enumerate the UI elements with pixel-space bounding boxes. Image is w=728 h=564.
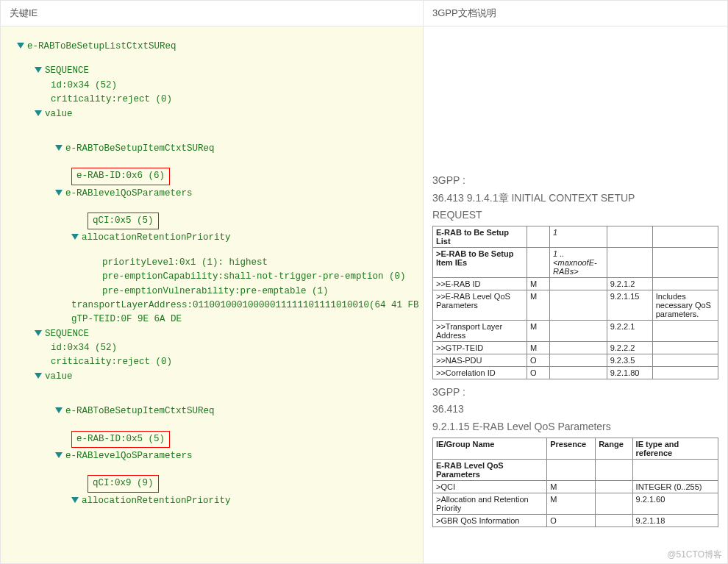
chevron-down-icon[interactable]	[17, 43, 24, 49]
cell: >>Transport Layer Address	[433, 320, 527, 341]
col-header: Range	[596, 438, 632, 459]
cell: 9.2.1.18	[632, 514, 718, 526]
tree-label: e-RABToBeSetupItemCtxtSUReq	[65, 143, 215, 154]
tree-qos[interactable]: e-RABlevelQoSParameters	[55, 187, 415, 201]
tree-criticality-2: criticality:reject (0)	[51, 355, 415, 369]
chevron-down-icon[interactable]	[55, 190, 63, 196]
chevron-down-icon[interactable]	[55, 452, 63, 458]
spec-panel: 3GPP : 36.413 9.1.4.1章 INITIAL CONTEXT S…	[424, 26, 727, 563]
highlight-qci-1: qCI:0x5 (5)	[88, 213, 159, 229]
cell: M	[527, 320, 550, 341]
tree-root[interactable]: e-RABToBeSetupListCtxtSUReq	[17, 40, 415, 54]
highlight-erab-id-2: e-RAB-ID:0x5 (5)	[71, 431, 170, 448]
cell: >>Correlation ID	[433, 366, 527, 379]
right-pane: 3GPP文档说明 3GPP : 36.413 9.1.4.1章 INITIAL …	[424, 1, 727, 563]
tree-arp-2[interactable]: allocationRetentionPriority	[71, 494, 415, 508]
tree-label: SEQUENCE	[45, 329, 89, 339]
spec-ref-2a: 36.413	[432, 402, 718, 417]
tree-label: value	[45, 109, 73, 119]
tree-preempt-vuln: pre-emptionVulnerability:pre-emptable (1…	[102, 285, 415, 299]
spec-label-2: 3GPP :	[432, 385, 718, 400]
chevron-down-icon[interactable]	[35, 373, 42, 379]
cell: M	[547, 480, 596, 493]
cell: >Allocation and Retention Priority	[433, 493, 547, 514]
tree-sequence[interactable]: SEQUENCE	[35, 64, 415, 78]
tree-gtp-teid: gTP-TEID:0F 9E 6A DE	[71, 313, 415, 326]
tree-label: e-RABlevelQoSParameters	[65, 451, 193, 461]
cell: O	[527, 366, 550, 379]
tree-value-2[interactable]: value	[35, 370, 415, 384]
cell: M	[547, 493, 596, 514]
cell: O	[527, 354, 550, 366]
left-pane: 关键IE e-RABToBeSetupListCtxtSUReq SEQUENC…	[1, 1, 424, 563]
cell: 1 ..	[553, 249, 564, 258]
cell: >GBR QoS Information	[433, 514, 547, 526]
col-header: IE type and reference	[632, 438, 718, 459]
tree-qos-2[interactable]: e-RABlevelQoSParameters	[55, 449, 415, 463]
cell: M	[527, 277, 550, 290]
chevron-down-icon[interactable]	[55, 407, 63, 413]
tree-criticality: criticality:reject (0)	[51, 93, 415, 107]
cell: >>E-RAB ID	[433, 277, 527, 290]
cell: <maxnoofE-RABs>	[553, 258, 597, 276]
cell: >>E-RAB Level QoS Parameters	[433, 290, 527, 320]
cell: 9.2.1.15	[607, 290, 652, 320]
tree-sequence-2[interactable]: SEQUENCE	[35, 327, 415, 341]
cell: E-RAB to Be Setup List	[436, 228, 509, 246]
tree-transport-addr: transportLayerAddress:011001000100000111…	[71, 299, 415, 313]
chevron-down-icon[interactable]	[35, 110, 42, 116]
highlight-erab-id-1: e-RAB-ID:0x6 (6)	[71, 168, 170, 185]
tree-label: SEQUENCE	[45, 65, 89, 76]
cell: 9.2.1.2	[607, 277, 652, 290]
tree-value[interactable]: value	[35, 107, 415, 121]
tree-priority: priorityLevel:0x1 (1): highest	[102, 256, 415, 270]
watermark: @51CTO博客	[667, 549, 722, 561]
chevron-down-icon[interactable]	[35, 330, 42, 336]
tree-label: e-RABToBeSetupListCtxtSUReq	[27, 41, 176, 51]
cell: INTEGER (0..255)	[632, 480, 718, 493]
cell: 1	[550, 226, 607, 247]
tree-id-2: id:0x34 (52)	[51, 341, 415, 355]
chevron-down-icon[interactable]	[55, 145, 63, 151]
tree-id: id:0x34 (52)	[51, 79, 415, 93]
cell: 9.2.3.5	[607, 354, 652, 366]
two-pane-layout: 关键IE e-RABToBeSetupListCtxtSUReq SEQUENC…	[0, 0, 728, 564]
tree-item-2[interactable]: e-RABToBeSetupItemCtxtSUReq	[55, 404, 415, 418]
tree-label: e-RABlevelQoSParameters	[65, 188, 193, 199]
spec-ref-1a: 36.413 9.1.4.1章 INITIAL CONTEXT SETUP	[432, 191, 718, 206]
tree-label: allocationRetentionPriority	[82, 232, 231, 243]
left-header: 关键IE	[1, 1, 423, 26]
tree-label: value	[45, 371, 73, 382]
tree-item[interactable]: e-RABToBeSetupItemCtxtSUReq	[55, 142, 415, 156]
cell: E-RAB Level QoS Parameters	[436, 461, 504, 479]
tree-label: allocationRetentionPriority	[82, 496, 231, 506]
cell: O	[547, 514, 596, 526]
cell: M	[527, 290, 550, 320]
chevron-down-icon[interactable]	[71, 497, 79, 503]
highlight-qci-2: qCI:0x9 (9)	[88, 475, 159, 492]
cell: M	[527, 341, 550, 354]
spec-ref-2b: 9.2.1.15 E-RAB Level QoS Parameters	[432, 420, 718, 435]
col-header: IE/Group Name	[433, 438, 547, 459]
tree-label: e-RABToBeSetupItemCtxtSUReq	[65, 406, 215, 416]
cell: >QCI	[433, 480, 547, 493]
spec-label-1: 3GPP :	[432, 174, 718, 188]
cell: 9.2.1.80	[607, 366, 652, 379]
cell: >>GTP-TEID	[433, 341, 527, 354]
spec-ref-1b: REQUEST	[432, 208, 718, 223]
spec-table-1: E-RAB to Be Setup List1 >E-RAB to Be Set…	[432, 226, 718, 379]
cell: 9.2.2.2	[607, 341, 652, 354]
cell: >>NAS-PDU	[433, 354, 527, 366]
spec-table-2: IE/Group Name Presence Range IE type and…	[432, 438, 718, 527]
cell: Includes necessary QoS parameters.	[652, 290, 718, 320]
tree-preempt-cap: pre-emptionCapability:shall-not-trigger-…	[102, 270, 415, 284]
protocol-tree: e-RABToBeSetupListCtxtSUReq SEQUENCE id:…	[1, 26, 423, 563]
cell: >E-RAB to Be Setup Item IEs	[436, 249, 513, 267]
chevron-down-icon[interactable]	[71, 234, 79, 240]
right-header: 3GPP文档说明	[424, 1, 727, 26]
chevron-down-icon[interactable]	[35, 67, 42, 73]
col-header: Presence	[547, 438, 596, 459]
cell: 9.2.2.1	[607, 320, 652, 341]
cell: 9.2.1.60	[632, 493, 718, 514]
tree-arp[interactable]: allocationRetentionPriority	[71, 231, 415, 245]
